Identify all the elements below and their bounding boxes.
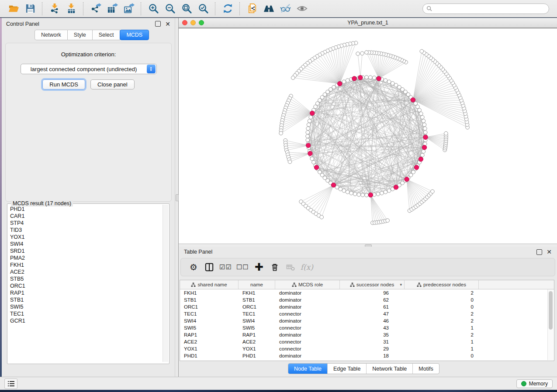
network-node[interactable]: [365, 51, 369, 55]
network-node[interactable]: [306, 138, 310, 142]
close-panel-icon[interactable]: ✕: [547, 249, 552, 255]
network-node[interactable]: [387, 80, 391, 84]
tab-edge-table[interactable]: Edge Table: [327, 364, 366, 374]
column-header-MCDS-role[interactable]: MCDS role: [275, 280, 340, 289]
mcds-node[interactable]: [352, 76, 356, 81]
add-column-button[interactable]: ✚: [253, 261, 265, 274]
mcds-result-item[interactable]: GCR1: [10, 317, 162, 324]
network-node[interactable]: [356, 52, 360, 56]
float-panel-icon[interactable]: [155, 21, 161, 27]
mcds-node[interactable]: [310, 111, 315, 115]
table-row[interactable]: PHD1PHD1dominator180: [180, 352, 554, 359]
network-node[interactable]: [307, 123, 311, 127]
mcds-node[interactable]: [338, 82, 342, 86]
table-row[interactable]: YOX1YOX1connector291: [180, 345, 554, 352]
network-node[interactable]: [394, 83, 398, 87]
mcds-result-item[interactable]: RAP1: [10, 289, 162, 296]
table-row[interactable]: SWI5SWI5connector431: [180, 324, 554, 331]
mcds-result-item[interactable]: SRD1: [10, 248, 162, 254]
network-node[interactable]: [420, 49, 424, 53]
select-all-columns-button[interactable]: ☑☑: [219, 261, 232, 274]
zoom-selected-button[interactable]: [196, 2, 211, 16]
table-row[interactable]: SWI4SWI4dominator462: [180, 317, 554, 324]
mcds-result-item[interactable]: ORC1: [10, 282, 162, 289]
network-node[interactable]: [376, 192, 380, 196]
clone-network-button[interactable]: [245, 2, 259, 16]
network-node[interactable]: [339, 187, 343, 191]
mcds-node[interactable]: [368, 193, 373, 197]
float-panel-icon[interactable]: [536, 249, 542, 255]
network-node[interactable]: [357, 193, 361, 197]
close-panel-button[interactable]: Close panel: [90, 79, 135, 89]
table-row[interactable]: RAP1RAP1dominator352: [180, 331, 554, 338]
mcds-result-item[interactable]: PMA2: [10, 254, 162, 261]
splitter-grip[interactable]: [176, 194, 179, 201]
result-list-scrollbar[interactable]: [163, 205, 168, 362]
show-eye-button[interactable]: [294, 2, 309, 16]
network-node[interactable]: [306, 134, 310, 138]
table-row[interactable]: ACE2ACE2connector311: [180, 338, 554, 345]
network-node[interactable]: [346, 190, 349, 194]
column-header-successor-nodes[interactable]: successor nodes▾: [340, 280, 405, 289]
network-node[interactable]: [384, 190, 387, 194]
mcds-result-list[interactable]: PHD1CAR1STP4TID3YOX1SWI4SRD1PMA2FKH1ACE2…: [10, 206, 162, 362]
export-image-button[interactable]: [121, 2, 136, 16]
mcds-node[interactable]: [423, 135, 428, 139]
zoom-fit-button[interactable]: [179, 2, 194, 16]
network-node[interactable]: [391, 82, 394, 86]
hide-glasses-button[interactable]: [278, 2, 293, 16]
mcds-node[interactable]: [358, 76, 363, 80]
network-node[interactable]: [386, 219, 390, 223]
network-node[interactable]: [361, 193, 365, 197]
network-node[interactable]: [365, 76, 369, 79]
export-network-button[interactable]: [88, 2, 103, 16]
criterion-dropdown[interactable]: largest connected component (undirected)…: [21, 64, 157, 74]
import-network-button[interactable]: [47, 2, 62, 16]
mcds-result-item[interactable]: TID3: [10, 227, 162, 234]
mcds-node[interactable]: [331, 183, 336, 187]
search-input[interactable]: [434, 5, 545, 12]
task-history-button[interactable]: [4, 378, 17, 389]
network-node[interactable]: [342, 80, 346, 84]
table-row[interactable]: TEC1TEC1connector472: [180, 310, 554, 317]
network-node[interactable]: [309, 115, 313, 119]
zoom-out-button[interactable]: [163, 2, 177, 16]
mcds-node[interactable]: [314, 165, 318, 169]
maximize-window-icon[interactable]: [199, 20, 204, 25]
table-scrollbar[interactable]: [547, 289, 554, 360]
tab-node-table[interactable]: Node Table: [288, 364, 327, 374]
mcds-result-item[interactable]: CAR1: [10, 213, 162, 220]
table-row[interactable]: STB1STB1dominator620: [180, 296, 554, 303]
network-node[interactable]: [372, 76, 376, 80]
save-session-button[interactable]: [23, 2, 38, 16]
network-node[interactable]: [365, 193, 369, 197]
mcds-node[interactable]: [419, 157, 423, 162]
mcds-node[interactable]: [306, 143, 310, 148]
network-search-box[interactable]: [422, 3, 549, 14]
mcds-result-item[interactable]: ACE2: [10, 268, 162, 275]
run-mcds-button[interactable]: Run MCDS: [42, 79, 85, 89]
network-node[interactable]: [306, 131, 310, 134]
deselect-all-columns-button[interactable]: ☐☐: [236, 261, 249, 274]
mcds-node[interactable]: [394, 185, 398, 189]
network-node[interactable]: [380, 191, 384, 195]
network-node[interactable]: [288, 160, 292, 164]
network-node[interactable]: [353, 192, 357, 196]
mcds-result-item[interactable]: PHD1: [10, 206, 162, 213]
mcds-result-item[interactable]: STB5: [10, 275, 162, 282]
mcds-result-item[interactable]: SWI4: [10, 241, 162, 248]
network-node[interactable]: [421, 153, 425, 157]
network-node[interactable]: [418, 108, 422, 112]
mcds-result-item[interactable]: SWI5: [10, 303, 162, 310]
network-node[interactable]: [312, 160, 316, 164]
tab-network[interactable]: Network: [35, 30, 68, 40]
network-node[interactable]: [421, 115, 425, 119]
network-node[interactable]: [291, 76, 295, 80]
network-node[interactable]: [422, 123, 426, 127]
tab-motifs[interactable]: Motifs: [412, 364, 439, 374]
mcds-node[interactable]: [308, 151, 312, 155]
mcds-node[interactable]: [411, 98, 415, 102]
delete-column-button[interactable]: [269, 261, 280, 274]
mcds-node[interactable]: [405, 177, 409, 182]
network-node[interactable]: [423, 127, 427, 131]
